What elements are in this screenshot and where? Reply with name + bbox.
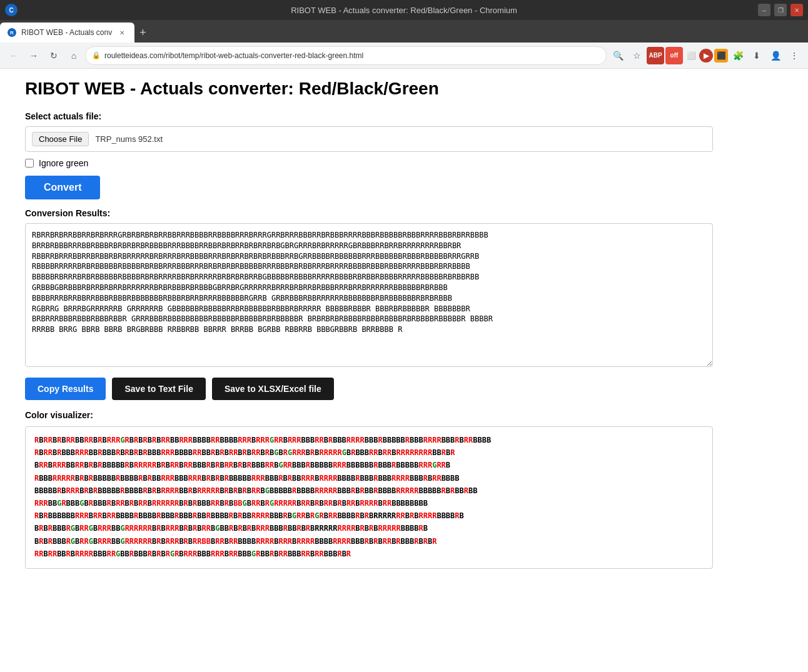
file-name-display: TRP_nums 952.txt — [95, 134, 163, 144]
close-btn[interactable]: ✕ — [790, 4, 803, 16]
ignore-green-label[interactable]: Ignore green — [39, 158, 88, 168]
save-text-btn[interactable]: Save to Text File — [112, 378, 205, 400]
window-title: RIBOT WEB - Actuals converter: Red/Black… — [291, 6, 517, 15]
results-textarea[interactable]: RBRRBRBRRBBRRBRBRRRGRBRBRBRBRRBBRRRBBBBR… — [25, 223, 713, 367]
select-file-label: Select actuals file: — [25, 111, 725, 121]
page-content: RIBOT WEB - Actuals converter: Red/Black… — [0, 69, 750, 579]
color-visualizer: RBRRBRBRRBBRRBRBRRRGRBRBRBRBRRBBRRRBBBBR… — [25, 426, 713, 569]
window-controls[interactable]: – ❐ ✕ — [758, 4, 803, 16]
nav-bar: ← → ↻ ⌂ 🔒 rouletteideas.com/ribot/temp/r… — [0, 43, 808, 69]
viz-line-7: RBRBBBBBBRRRBRRBRRBBBBRBBBBRBBBRBBBRBBRB… — [34, 510, 704, 522]
tab-label: RIBOT WEB - Actuals conv — [21, 28, 112, 37]
tab-favicon: R — [8, 28, 16, 37]
viz-line-10: RRBRRBBRBRRRRBBBRRGBBRBBBRBRBRGRBRRRBBBR… — [34, 548, 704, 560]
adblock-off-btn[interactable]: off — [665, 47, 683, 64]
bookmark-btn[interactable]: ☆ — [628, 47, 645, 64]
choose-file-btn[interactable]: Choose File — [32, 132, 89, 146]
adblock-btn[interactable]: ABP — [647, 47, 664, 64]
url-text: rouletteideas.com/ribot/temp/ribot-web-a… — [104, 51, 600, 60]
profile-btn[interactable]: 👤 — [767, 47, 784, 64]
ext1-btn[interactable]: ⬜ — [684, 49, 698, 63]
restore-btn[interactable]: ❐ — [774, 4, 787, 16]
ext4-btn[interactable]: 🧩 — [729, 47, 747, 64]
lock-icon: 🔒 — [92, 51, 101, 59]
tab-close-btn[interactable]: ✕ — [117, 28, 127, 38]
viz-line-2: RBRRBRBBBRRRBBRBBBRBRBRBRBBBRRRBBBBRRBBR… — [34, 447, 704, 459]
viz-line-8: BRBRBBBRGBRRGBRRRBBGRRRRRRBRBRRRBRBRBRRB… — [34, 523, 704, 534]
viz-line-1: RBRRBRBRRBBRRBRBRRRGRBRBRBRBRRBBRRRBBBBR… — [34, 434, 704, 446]
page-title: RIBOT WEB - Actuals converter: Red/Black… — [25, 79, 725, 99]
results-label: Conversion Results: — [25, 208, 725, 218]
ext2-btn[interactable]: ▶ — [699, 49, 713, 63]
ignore-green-checkbox[interactable] — [25, 159, 34, 168]
menu-btn[interactable]: ⋮ — [785, 47, 803, 64]
zoom-btn[interactable]: 🔍 — [609, 47, 627, 64]
save-excel-btn[interactable]: Save to XLSX/Excel file — [212, 378, 334, 400]
ext5-btn[interactable]: ⬇ — [748, 47, 765, 64]
back-btn[interactable]: ← — [5, 47, 23, 64]
tab-bar: R RIBOT WEB - Actuals conv ✕ + — [0, 20, 808, 43]
ext3-btn[interactable]: ⬛ — [714, 49, 728, 63]
address-bar[interactable]: 🔒 rouletteideas.com/ribot/temp/ribot-web… — [85, 46, 607, 65]
viz-line-4: RBBBRRRRRBRBRBBBBBRBBBBRBRBBRRRBBBRRRBRB… — [34, 473, 704, 484]
new-tab-btn[interactable]: + — [134, 23, 151, 43]
action-buttons: Copy Results Save to Text File Save to X… — [25, 378, 725, 400]
copy-results-btn[interactable]: Copy Results — [25, 378, 106, 400]
minimize-btn[interactable]: – — [758, 4, 770, 16]
title-bar: C RIBOT WEB - Actuals converter: Red/Bla… — [0, 0, 808, 20]
viz-line-3: BRRBRRRBBRRBRBRBBBBBRBRRRRRBRBRRBRRBBBRB… — [34, 459, 704, 471]
file-input-area: Choose File TRP_nums 952.txt — [25, 126, 713, 152]
forward-btn[interactable]: → — [25, 47, 43, 64]
viz-line-9: BRBRBBBRGBRRGBRRRBBGRRRRRRBRBRRRBRBRRBBB… — [34, 536, 704, 548]
viz-line-6: RRRBBGRBBBGBRBBBRBRRBRBRRBRRRRRRBRBRBBBR… — [34, 498, 704, 509]
home-btn[interactable]: ⌂ — [65, 47, 83, 64]
convert-btn[interactable]: Convert — [25, 176, 100, 199]
reload-btn[interactable]: ↻ — [45, 47, 63, 64]
viz-line-5: BBBBBRBRRRBRBRBBBBBRBBBBRBRBRRRRBBRBRRRR… — [34, 485, 704, 497]
ignore-green-row: Ignore green — [25, 158, 725, 168]
app-icon: C — [5, 4, 18, 16]
color-viz-label: Color visualizer: — [25, 410, 725, 420]
nav-actions: 🔍 ☆ ABP off ⬜ ▶ ⬛ 🧩 ⬇ 👤 ⋮ — [609, 47, 803, 64]
active-tab[interactable]: R RIBOT WEB - Actuals conv ✕ — [0, 23, 134, 43]
